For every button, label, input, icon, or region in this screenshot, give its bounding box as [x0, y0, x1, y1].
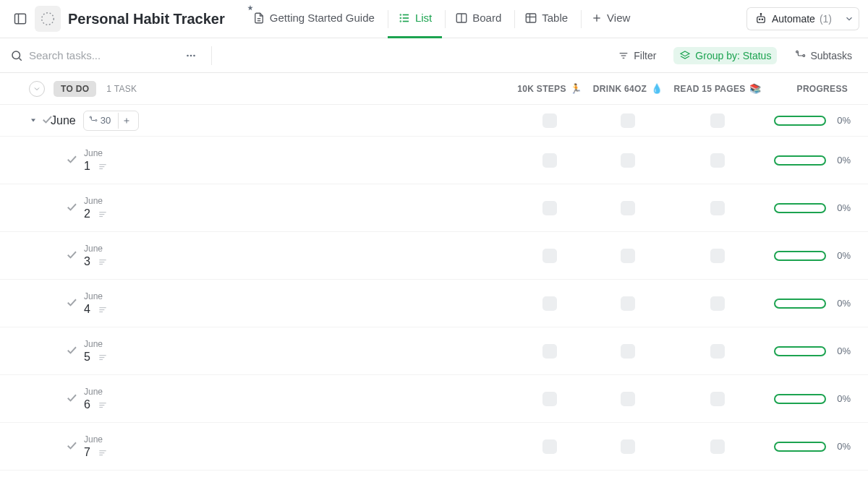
search-group [10, 44, 605, 67]
progress-text: 0% [832, 441, 851, 452]
more-options-button[interactable] [179, 44, 203, 67]
toolbar-right: Filter Group by: Status Subtasks [612, 47, 858, 64]
progress-bar [774, 116, 826, 126]
checkbox-read-15-pages[interactable] [710, 392, 725, 406]
table-icon [524, 12, 537, 25]
add-subtask-button[interactable] [118, 113, 134, 129]
checkbox-10k-steps[interactable] [542, 344, 557, 359]
checkbox-10k-steps[interactable] [542, 153, 557, 168]
subtask-row[interactable]: June 2 0% [0, 184, 868, 232]
svg-point-19 [759, 19, 760, 20]
automate-button[interactable]: Automate (1) [746, 7, 839, 30]
column-header: TO DO 1 TASK 10K STEPS 🏃 DRINK 64OZ 💧 RE… [0, 73, 868, 105]
column-progress[interactable]: PROGRESS [768, 84, 862, 94]
complete-toggle[interactable] [65, 248, 78, 263]
checkbox-read-15-pages[interactable] [710, 201, 725, 215]
complete-toggle[interactable] [65, 296, 78, 311]
checkbox-read-15-pages[interactable] [710, 249, 725, 263]
dots-horizontal-icon [184, 49, 197, 62]
task-name-group: June 4 [84, 284, 108, 323]
subtasks-button[interactable]: Subtasks [788, 47, 858, 64]
description-icon [98, 304, 108, 314]
task-day: 6 [84, 398, 108, 411]
group-by-label: Group by: Status [695, 50, 771, 61]
check-icon [65, 153, 78, 166]
tab-list[interactable]: List [388, 0, 442, 38]
progress-cell: 0% [768, 393, 862, 404]
subtask-row[interactable]: June 6 0% [0, 375, 868, 423]
task-month: June [84, 196, 108, 206]
checkbox-read-15-pages[interactable] [710, 296, 725, 311]
checkbox-drink-64oz[interactable] [621, 249, 635, 263]
checkbox-10k-steps[interactable] [542, 296, 557, 311]
check-icon [65, 200, 78, 213]
select-all-toggle[interactable] [29, 81, 45, 97]
divider [211, 46, 212, 65]
description-icon [98, 447, 108, 458]
subtask-row[interactable]: June 4 0% [0, 280, 868, 327]
check-icon [65, 391, 78, 404]
tab-table[interactable]: Table [514, 0, 578, 38]
checkbox-read-15-pages[interactable] [710, 153, 725, 168]
svg-point-2 [42, 13, 54, 25]
subtask-row[interactable]: June 5 0% [0, 327, 868, 375]
svg-point-33 [803, 54, 805, 56]
subtask-row[interactable]: June 3 0% [0, 232, 868, 280]
complete-toggle[interactable] [65, 439, 78, 454]
subtask-row[interactable]: June 1 0% [0, 137, 868, 184]
checkbox-read-15-pages[interactable] [710, 344, 725, 359]
plus-icon [122, 116, 131, 125]
workspace-avatar[interactable] [35, 6, 61, 32]
task-name-group: June 3 [84, 236, 108, 275]
task-month: June [84, 339, 108, 349]
task-row-parent[interactable]: June 30 0% [0, 105, 868, 137]
complete-toggle[interactable] [65, 200, 78, 215]
sidebar-toggle-button[interactable] [9, 7, 32, 30]
description-icon [98, 209, 108, 219]
checkbox-drink-64oz[interactable] [621, 439, 635, 454]
progress-bar [774, 346, 826, 356]
column-read-15-pages[interactable]: READ 15 PAGES 📚 [667, 83, 768, 94]
subtask-row[interactable]: June 7 0% [0, 423, 868, 471]
search-input[interactable] [29, 49, 166, 61]
task-list: June 30 0% June 1 [0, 105, 868, 471]
complete-toggle[interactable] [65, 153, 78, 168]
tab-label: List [415, 12, 432, 24]
complete-toggle[interactable] [65, 391, 78, 406]
svg-point-25 [187, 54, 189, 56]
checkbox-drink-64oz[interactable] [621, 344, 635, 359]
task-name-group: June 1 [84, 141, 108, 180]
collapse-toggle[interactable] [29, 115, 38, 126]
tab-board[interactable]: Board [445, 0, 511, 38]
checkbox-drink-64oz[interactable] [621, 153, 635, 168]
checkbox-read-15-pages[interactable] [710, 113, 725, 128]
group-by-button[interactable]: Group by: Status [673, 47, 777, 64]
checkbox-10k-steps[interactable] [542, 392, 557, 406]
automate-dropdown-button[interactable] [839, 7, 859, 30]
column-10k-steps[interactable]: 10K STEPS 🏃 [511, 83, 589, 94]
checkbox-10k-steps[interactable] [542, 249, 557, 263]
add-view-label: View [607, 12, 630, 24]
checkbox-drink-64oz[interactable] [621, 113, 635, 128]
task-name: June [51, 114, 76, 127]
filter-button[interactable]: Filter [612, 47, 662, 64]
checkbox-drink-64oz[interactable] [621, 296, 635, 311]
checkbox-10k-steps[interactable] [542, 113, 557, 128]
checkbox-drink-64oz[interactable] [621, 201, 635, 215]
complete-toggle[interactable] [65, 343, 78, 359]
subtask-count-button[interactable]: 30 [83, 111, 139, 131]
status-badge[interactable]: TO DO [54, 81, 96, 97]
toolbar: Filter Group by: Status Subtasks [0, 38, 868, 73]
checkbox-10k-steps[interactable] [542, 201, 557, 215]
checkbox-10k-steps[interactable] [542, 439, 557, 454]
svg-point-36 [95, 119, 96, 121]
checkbox-drink-64oz[interactable] [621, 392, 635, 406]
column-drink-64oz[interactable]: DRINK 64OZ 💧 [589, 83, 667, 94]
add-view-button[interactable]: View [581, 0, 640, 38]
svg-marker-34 [31, 119, 35, 121]
progress-text: 0% [832, 298, 851, 309]
svg-marker-31 [681, 51, 689, 56]
tab-getting-started[interactable]: Getting Started Guide [242, 0, 385, 38]
checkbox-read-15-pages[interactable] [710, 439, 725, 454]
board-icon [455, 12, 468, 25]
